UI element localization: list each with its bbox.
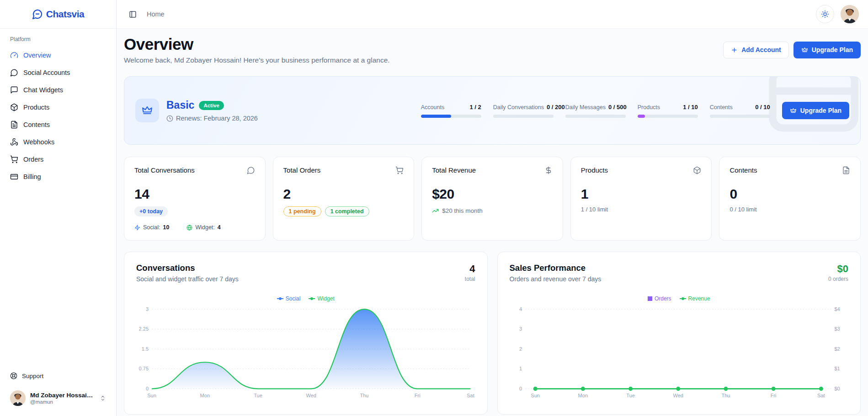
sidebar-item-contents[interactable]: Contents <box>6 116 110 133</box>
sidebar-item-label: Billing <box>23 173 41 180</box>
plan-banner: Basic Active Renews: February 28, 2026 A… <box>124 76 861 145</box>
stat-title: Contents <box>730 166 757 174</box>
svg-text:4: 4 <box>519 306 522 312</box>
usage-meter-contents: Contents0 / 10 <box>710 104 770 118</box>
plan-upgrade-label: Upgrade Plan <box>800 107 841 114</box>
meter-track <box>565 115 626 118</box>
brand-logo[interactable]: Chatsvia <box>0 0 116 29</box>
file-text-icon <box>842 166 850 174</box>
svg-text:$3: $3 <box>834 326 840 332</box>
chart-legend: OrdersRevenue <box>510 295 849 302</box>
svg-text:Sun: Sun <box>147 393 156 398</box>
sidebar-item-label: Webhooks <box>23 138 54 146</box>
chart-total-value: 4 <box>465 263 475 275</box>
sidebar-item-orders[interactable]: Orders <box>6 151 110 168</box>
shopping-cart-icon <box>10 155 18 163</box>
svg-text:Sat: Sat <box>817 393 825 398</box>
svg-text:3: 3 <box>519 326 522 332</box>
today-badge: +0 today <box>134 206 168 216</box>
message-square-icon <box>10 86 18 94</box>
sidebar-item-overview[interactable]: Overview <box>6 47 110 63</box>
svg-text:Wed: Wed <box>306 393 316 398</box>
user-name: Md Zobayer Hossain M... <box>30 392 95 399</box>
sidebar-item-chat-widgets[interactable]: Chat Widgets <box>6 82 110 98</box>
plan-upgrade-button[interactable]: Upgrade Plan <box>782 102 849 119</box>
legend-item-orders: Orders <box>648 295 671 302</box>
sidebar-item-label: Chat Widgets <box>23 86 63 94</box>
sidebar-item-support[interactable]: Support <box>6 369 110 383</box>
sidebar-item-label: Products <box>23 104 49 111</box>
sidebar-item-webhooks[interactable]: Webhooks <box>6 134 110 150</box>
stat-value: $20 <box>432 186 553 202</box>
usage-meter-daily-messages: Daily Messages0 / 500 <box>565 104 626 118</box>
meter-value: 0 / 200 <box>547 104 565 111</box>
package-icon <box>693 166 701 174</box>
avatar-photo <box>10 390 26 406</box>
svg-text:Mon: Mon <box>578 393 587 398</box>
legend-item-revenue: Revenue <box>680 295 710 302</box>
topbar-actions <box>816 5 859 23</box>
add-account-button[interactable]: Add Account <box>723 42 789 58</box>
sidebar-toggle-button[interactable] <box>126 7 139 21</box>
meter-value: 0 / 10 <box>755 104 770 111</box>
message-circle-icon <box>247 166 255 174</box>
topbar-avatar[interactable] <box>841 5 859 23</box>
sun-icon <box>821 10 829 18</box>
credit-card-icon <box>10 173 18 181</box>
sidebar-item-products[interactable]: Products <box>6 99 110 116</box>
stat-title: Total Orders <box>283 166 321 174</box>
header-actions: Add Account Upgrade Plan <box>723 42 861 58</box>
chart-total-value: $0 <box>828 263 848 275</box>
upgrade-plan-button[interactable]: Upgrade Plan <box>793 42 861 58</box>
svg-text:$2: $2 <box>834 346 840 352</box>
sidebar-item-social-accounts[interactable]: Social Accounts <box>6 64 110 81</box>
stat-card-products: Products 1 1 / 10 limit <box>570 157 712 241</box>
stat-title: Products <box>581 166 608 174</box>
meter-track <box>493 115 554 118</box>
svg-text:3: 3 <box>146 306 149 312</box>
chart-subtitle: Social and widget traffic over 7 days <box>136 275 239 283</box>
chart-legend: SocialWidget <box>136 295 475 302</box>
meter-fill <box>421 115 451 118</box>
legend-item-widget: Widget <box>309 295 334 302</box>
user-meta: Md Zobayer Hossain M... @mamun <box>30 392 95 405</box>
completed-badge: 1 completed <box>325 206 369 216</box>
stat-card-total-revenue: Total Revenue $20 $20 this month <box>421 157 563 241</box>
sidebar-item-billing[interactable]: Billing <box>6 169 110 185</box>
avatar-photo <box>841 5 859 23</box>
brand-name: Chatsvia <box>46 9 85 20</box>
svg-text:Tue: Tue <box>626 393 635 398</box>
breadcrumb[interactable]: Home <box>147 11 165 18</box>
zap-icon <box>134 225 140 231</box>
sidebar-footer: Support Md Zobayer Hossain M... @mamun <box>0 364 116 416</box>
svg-text:Tue: Tue <box>254 393 262 398</box>
plan-crown-badge <box>135 99 159 122</box>
svg-text:Fri: Fri <box>770 393 776 398</box>
usage-meter-accounts: Accounts1 / 2 <box>421 104 481 118</box>
page-content: Overview Welcome back, Md Zobayer Hossai… <box>117 29 868 416</box>
sidebar: Chatsvia Platform Overview Social Accoun… <box>0 0 117 416</box>
user-menu[interactable]: Md Zobayer Hossain M... @mamun <box>6 387 110 410</box>
stat-card-total-conversations: Total Conversations 14 +0 today Social: … <box>124 157 266 241</box>
stat-title: Total Conversations <box>134 166 195 174</box>
gauge-icon <box>10 51 18 59</box>
page-title: Overview <box>124 35 390 53</box>
stat-card-total-orders: Total Orders 2 1 pending 1 completed <box>273 157 415 241</box>
message-circle-icon <box>10 68 18 77</box>
stat-limit: 1 / 10 limit <box>581 206 702 213</box>
stat-title: Total Revenue <box>432 166 476 174</box>
widget-count: Widget: 4 <box>186 224 220 231</box>
sidebar-item-label: Orders <box>23 156 43 163</box>
shopping-cart-icon <box>395 166 404 174</box>
meter-fill <box>638 115 645 118</box>
page-subtitle: Welcome back, Md Zobayer Hossain! Here's… <box>124 56 390 64</box>
topbar: Home <box>117 0 868 29</box>
plan-info: Basic Active Renews: February 28, 2026 <box>135 99 258 122</box>
clock-icon <box>166 115 173 122</box>
sidebar-nav: Overview Social Accounts Chat Widgets Pr… <box>6 47 110 185</box>
legend-marker <box>680 298 686 299</box>
svg-text:Wed: Wed <box>673 393 683 398</box>
svg-text:0: 0 <box>146 386 149 391</box>
theme-toggle-button[interactable] <box>816 5 834 23</box>
widget-label: Widget: <box>195 224 214 231</box>
